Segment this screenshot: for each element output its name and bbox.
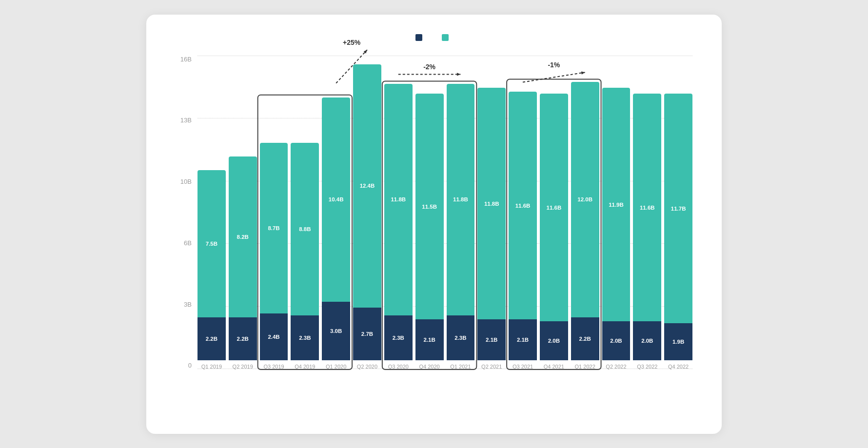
- bar-group-q2-2019: 8.2B2.2BQ2 2019: [229, 56, 257, 370]
- bar-google-segment: 10.4B: [322, 97, 350, 302]
- bar-app-segment: 2.1B: [477, 319, 506, 361]
- bar-app-segment: 2.2B: [571, 317, 599, 361]
- app-bar-value: 2.1B: [423, 337, 435, 343]
- y-label-10b: 10B: [180, 178, 192, 185]
- bar-stack: 11.7B1.9B: [664, 94, 692, 360]
- x-label-q3-2020: Q3 2020: [388, 364, 409, 370]
- bar-group-q4-2019: 8.8B2.3BQ4 2019: [291, 56, 319, 370]
- y-label-13b: 13B: [180, 117, 192, 124]
- chart-inner: 7.5B2.2BQ1 20198.2B2.2BQ2 20198.7B2.4BQ3…: [197, 56, 692, 387]
- google-bar-value: 11.6B: [640, 205, 655, 211]
- app-bar-value: 2.7B: [361, 331, 373, 337]
- google-bar-value: 11.6B: [547, 205, 562, 211]
- bar-google-segment: 11.6B: [509, 92, 537, 319]
- app-bar-value: 2.0B: [641, 338, 653, 344]
- y-axis: 16B 13B 10B 6B 3B 0: [176, 56, 197, 387]
- x-label-q4-2022: Q4 2022: [668, 364, 689, 370]
- bar-group-q2-2020: 12.4B2.7BQ2 2020: [353, 56, 381, 370]
- bar-app-segment: 2.7B: [353, 308, 381, 361]
- x-label-q3-2021: Q3 2021: [513, 364, 533, 370]
- bar-stack: 7.5B2.2B: [197, 170, 226, 360]
- google-bar-value: 11.8B: [453, 196, 468, 202]
- bar-stack: 11.6B2.1B: [509, 92, 537, 360]
- bar-app-segment: 2.0B: [602, 321, 631, 360]
- bar-app-segment: 2.2B: [197, 317, 226, 361]
- bar-group-q1-2020: 10.4B3.0BQ1 2020: [322, 56, 350, 370]
- y-label-16b: 16B: [180, 56, 192, 63]
- bar-app-segment: 2.4B: [260, 313, 288, 361]
- bar-stack: 12.4B2.7B: [353, 64, 381, 361]
- google-bar-value: 8.8B: [299, 226, 311, 232]
- bar-google-segment: 8.8B: [291, 143, 319, 315]
- bar-google-segment: 8.7B: [260, 143, 288, 313]
- bar-group-q3-2020: 11.8B2.3BQ3 2020: [384, 56, 413, 370]
- bar-group-q1-2021: 11.8B2.3BQ1 2021: [447, 56, 475, 370]
- bar-stack: 11.6B2.0B: [633, 94, 661, 360]
- bar-app-segment: 3.0B: [322, 302, 350, 361]
- bar-google-segment: 11.8B: [384, 84, 413, 315]
- x-label-q1-2022: Q1 2022: [575, 364, 595, 370]
- app-bar-value: 3.0B: [330, 328, 342, 334]
- bar-group-q4-2020: 11.5B2.1BQ4 2020: [415, 56, 444, 370]
- google-bar-value: 11.6B: [515, 203, 531, 209]
- bar-stack: 11.5B2.1B: [415, 94, 444, 360]
- x-label-q1-2020: Q1 2020: [326, 364, 346, 370]
- bar-group-q1-2022: 12.0B2.2BQ1 2022: [571, 56, 599, 370]
- x-label-q4-2019: Q4 2019: [295, 364, 315, 370]
- bar-stack: 8.7B2.4B: [260, 143, 288, 361]
- svg-marker-4: [364, 50, 367, 54]
- google-bar-value: 12.0B: [577, 196, 592, 202]
- bar-google-segment: 11.9B: [602, 88, 631, 321]
- google-bar-value: 12.4B: [360, 183, 375, 189]
- bar-app-segment: 2.1B: [415, 319, 444, 361]
- bar-google-segment: 12.0B: [571, 82, 599, 317]
- bar-google-segment: 11.8B: [447, 84, 475, 315]
- bar-stack: 11.8B2.3B: [447, 84, 475, 361]
- google-play-color-dot: [442, 34, 449, 41]
- bar-app-segment: 2.0B: [540, 321, 568, 360]
- app-bar-value: 2.0B: [610, 338, 622, 344]
- bar-app-segment: 1.9B: [664, 323, 692, 360]
- app-bar-value: 1.9B: [672, 339, 684, 345]
- app-bar-value: 2.2B: [206, 336, 217, 342]
- bar-group-q3-2022: 11.6B2.0BQ3 2022: [633, 56, 661, 370]
- y-label-6b: 6B: [184, 239, 192, 247]
- bar-app-segment: 2.1B: [509, 319, 537, 361]
- bar-group-q2-2021: 11.8B2.1BQ2 2021: [477, 56, 506, 370]
- app-bar-value: 2.3B: [454, 335, 466, 341]
- google-bar-value: 8.7B: [268, 225, 279, 231]
- bar-app-segment: 2.3B: [291, 315, 319, 361]
- bar-group-q4-2021: 11.6B2.0BQ4 2021: [540, 56, 568, 370]
- x-label-q3-2019: Q3 2019: [263, 364, 284, 370]
- bar-stack: 11.8B2.3B: [384, 84, 413, 361]
- app-bar-value: 2.2B: [237, 336, 249, 342]
- bar-google-segment: 11.7B: [664, 94, 692, 323]
- bar-group-q3-2019: 8.7B2.4BQ3 2019: [260, 56, 288, 370]
- bar-google-segment: 12.4B: [353, 64, 381, 308]
- app-bar-value: 2.1B: [486, 337, 497, 343]
- bars-container: 7.5B2.2BQ1 20198.2B2.2BQ2 20198.7B2.4BQ3…: [197, 56, 692, 387]
- x-label-q4-2020: Q4 2020: [419, 364, 439, 370]
- bar-stack: 11.9B2.0B: [602, 88, 631, 360]
- y-label-3b: 3B: [184, 301, 192, 308]
- bar-google-segment: 11.5B: [415, 94, 444, 319]
- app-bar-value: 2.3B: [393, 335, 404, 341]
- bar-stack: 10.4B3.0B: [322, 97, 350, 360]
- chart-legend: [176, 34, 692, 41]
- bar-group-q1-2019: 7.5B2.2BQ1 2019: [197, 56, 226, 370]
- bar-google-segment: 11.8B: [477, 88, 506, 319]
- y-label-0: 0: [188, 362, 192, 369]
- bar-google-segment: 11.6B: [540, 94, 568, 321]
- google-bar-value: 11.7B: [671, 206, 686, 212]
- bar-app-segment: 2.2B: [229, 317, 257, 361]
- bar-google-segment: 11.6B: [633, 94, 661, 321]
- bar-group-q2-2022: 11.9B2.0BQ2 2022: [602, 56, 631, 370]
- x-label-q2-2022: Q2 2022: [606, 364, 626, 370]
- bar-stack: 8.2B2.2B: [229, 156, 257, 361]
- app-bar-value: 2.2B: [579, 336, 591, 342]
- bar-group-q4-2022: 11.7B1.9BQ4 2022: [664, 56, 692, 370]
- app-store-color-dot: [415, 34, 422, 41]
- bar-stack: 12.0B2.2B: [571, 82, 599, 361]
- bar-google-segment: 7.5B: [197, 170, 226, 317]
- bar-group-q3-2021: 11.6B2.1BQ3 2021: [509, 56, 537, 370]
